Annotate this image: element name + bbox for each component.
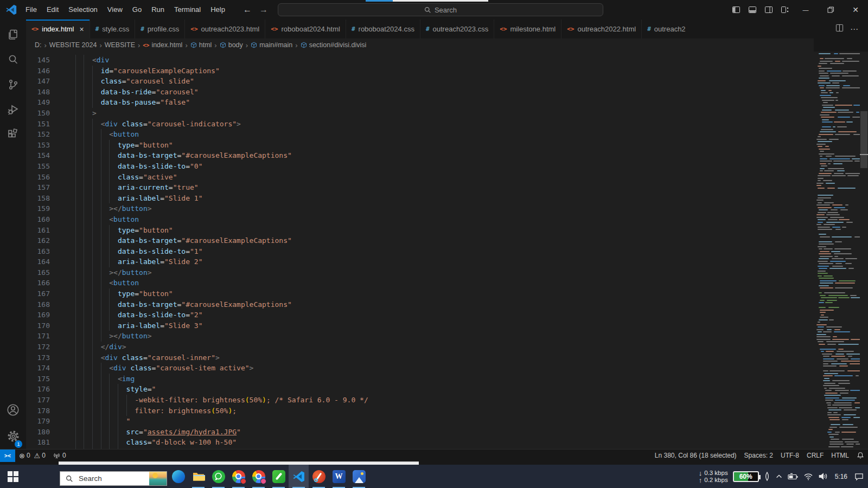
ports-indicator[interactable]: 0 [49, 450, 70, 462]
code-line-170[interactable]: 170 aria-label="Slide 3" [26, 320, 814, 331]
eol-setting[interactable]: CRLF [803, 450, 827, 462]
minimap[interactable] [814, 52, 860, 449]
taskbar-app-chrome[interactable] [228, 465, 248, 488]
minimize-button[interactable]: — [793, 0, 818, 20]
close-button[interactable]: ✕ [843, 0, 868, 20]
taskbar-search-box[interactable]: Search [60, 471, 167, 486]
code-line-163[interactable]: 163 data-bs-slide-to="1" [26, 246, 814, 257]
code-line-149[interactable]: 149 data-bs-pause="false" [26, 97, 814, 108]
tab-outreach2023.html[interactable]: <>outreach2023.html [185, 20, 265, 38]
clock[interactable]: 5:16 [833, 473, 850, 480]
source-control-icon[interactable] [0, 74, 26, 95]
cursor-position[interactable]: Ln 380, Col 86 (18 selected) [651, 450, 741, 462]
code-line-180[interactable]: 180 src="assets/img/hydra1.JPG" [26, 427, 814, 438]
breadcrumb-item-main-main[interactable]: main#main [251, 41, 292, 49]
code-line-175[interactable]: 175 <img [26, 374, 814, 384]
command-center-search[interactable]: Search [278, 3, 603, 16]
extensions-icon[interactable] [0, 124, 26, 145]
tab-roboboat2024.css[interactable]: #roboboat2024.css [346, 20, 420, 38]
account-icon[interactable] [0, 399, 26, 421]
pen-icon[interactable] [764, 472, 770, 481]
settings-gear-icon[interactable]: 1 [0, 425, 26, 447]
code-line-178[interactable]: 178 filter: brightness(50%); [26, 406, 814, 416]
code-line-156[interactable]: 156 class="active" [26, 172, 814, 183]
tab-milestone.html[interactable]: <>milestone.html [494, 20, 561, 38]
toggle-panel-icon[interactable] [744, 0, 761, 20]
search-sidebar-icon[interactable] [0, 49, 26, 70]
battery-status-icon[interactable] [788, 473, 799, 480]
breadcrumb-item-index-html[interactable]: <>index.html [143, 41, 182, 49]
code-line-162[interactable]: 162 data-bs-target="#carouselExampleCapt… [26, 235, 814, 246]
code-line-148[interactable]: 148 data-bs-ride="carousel" [26, 87, 814, 98]
editor-scrollbar[interactable] [860, 52, 868, 449]
menu-help[interactable]: Help [206, 0, 230, 20]
history-forward-button[interactable]: → [259, 5, 268, 15]
taskbar-app-notes[interactable] [269, 465, 289, 488]
code-line-152[interactable]: 152 <button [26, 129, 814, 140]
taskbar-app-edge[interactable] [168, 465, 188, 488]
tab-index.html[interactable]: <>index.html× [26, 20, 90, 38]
more-actions-icon[interactable]: ⋯ [850, 24, 858, 34]
code-line-165[interactable]: 165 ></button> [26, 267, 814, 278]
menu-run[interactable]: Run [146, 0, 169, 20]
history-back-button[interactable]: ← [243, 5, 252, 15]
code-line-166[interactable]: 166 <button [26, 278, 814, 288]
tab-style.css[interactable]: #style.css [90, 20, 135, 38]
code-line-181[interactable]: 181 class="d-block w-100 h-50" [26, 437, 814, 448]
toggle-primary-sidebar-icon[interactable] [728, 0, 744, 20]
code-line-150[interactable]: 150 > [26, 108, 814, 119]
taskbar-app-vscode[interactable] [289, 465, 309, 488]
code-line-177[interactable]: 177 -webkit-filter: brightness(50%); /* … [26, 395, 814, 406]
code-line-172[interactable]: 172 </div> [26, 342, 814, 352]
wifi-icon[interactable] [803, 473, 813, 480]
code-line-154[interactable]: 154 data-bs-target="#carouselExampleCapt… [26, 150, 814, 161]
scrollbar-thumb[interactable] [860, 111, 867, 168]
start-button[interactable] [0, 465, 26, 488]
code-line-168[interactable]: 168 data-bs-target="#carouselExampleCapt… [26, 299, 814, 310]
tab-roboboat2024.html[interactable]: <>roboboat2024.html [265, 20, 346, 38]
breadcrumb-item-body[interactable]: body [220, 41, 243, 49]
remote-indicator-button[interactable]: >< [0, 450, 15, 462]
code-line-169[interactable]: 169 data-bs-slide-to="2" [26, 310, 814, 320]
taskbar-app-chrome2[interactable] [248, 465, 269, 488]
taskbar-app-explorer[interactable] [188, 465, 208, 488]
tab-outreach2[interactable]: #outreach2 [642, 20, 692, 38]
code-line-155[interactable]: 155 data-bs-slide-to="0" [26, 161, 814, 172]
action-center-icon[interactable] [854, 472, 864, 481]
breadcrumb-item-website-2024[interactable]: WEBSITE 2024 [49, 41, 97, 49]
code-line-179[interactable]: 179 " [26, 416, 814, 427]
breadcrumb-item-website[interactable]: WEBSITE [105, 41, 135, 49]
breadcrumb-item-html[interactable]: html [190, 41, 212, 49]
code-editor[interactable]: 145 <div146 id="carouselExampleCaptions"… [26, 52, 814, 449]
code-line-159[interactable]: 159 ></button> [26, 203, 814, 214]
tab-close-icon[interactable]: × [80, 25, 84, 34]
menu-file[interactable]: File [21, 0, 42, 20]
toggle-secondary-sidebar-icon[interactable] [761, 0, 777, 20]
volume-icon[interactable] [818, 472, 828, 480]
explorer-icon[interactable] [0, 24, 26, 46]
menu-go[interactable]: Go [127, 0, 146, 20]
encoding-setting[interactable]: UTF-8 [777, 450, 803, 462]
taskbar-app-snip[interactable] [309, 465, 329, 488]
code-line-167[interactable]: 167 type="button" [26, 288, 814, 299]
code-line-153[interactable]: 153 type="button" [26, 140, 814, 151]
code-line-174[interactable]: 174 <div class="carousel-item active"> [26, 363, 814, 374]
indentation-setting[interactable]: Spaces: 2 [741, 450, 777, 462]
code-line-176[interactable]: 176 style=" [26, 384, 814, 395]
menu-edit[interactable]: Edit [42, 0, 63, 20]
problems-indicator[interactable]: ⊗ 0 ⚠ 0 [15, 450, 49, 462]
code-line-151[interactable]: 151 <div class="carousel-indicators"> [26, 119, 814, 130]
breadcrumb-item-section-divisi-divisi[interactable]: section#divisi.divisi [301, 41, 367, 49]
taskbar-app-photos[interactable] [349, 465, 369, 488]
menu-terminal[interactable]: Terminal [169, 0, 206, 20]
run-debug-icon[interactable] [0, 99, 26, 120]
notifications-bell-icon[interactable] [853, 450, 868, 462]
code-line-157[interactable]: 157 aria-current="true" [26, 182, 814, 193]
code-line-171[interactable]: 171 ></button> [26, 331, 814, 342]
taskbar-app-word[interactable]: W [329, 465, 349, 488]
tab-outreach2023.css[interactable]: #outreach2023.css [420, 20, 494, 38]
taskbar-app-whatsapp[interactable] [208, 465, 228, 488]
menu-selection[interactable]: Selection [63, 0, 102, 20]
language-mode[interactable]: HTML [827, 450, 853, 462]
code-line-158[interactable]: 158 aria-label="Slide 1" [26, 193, 814, 204]
